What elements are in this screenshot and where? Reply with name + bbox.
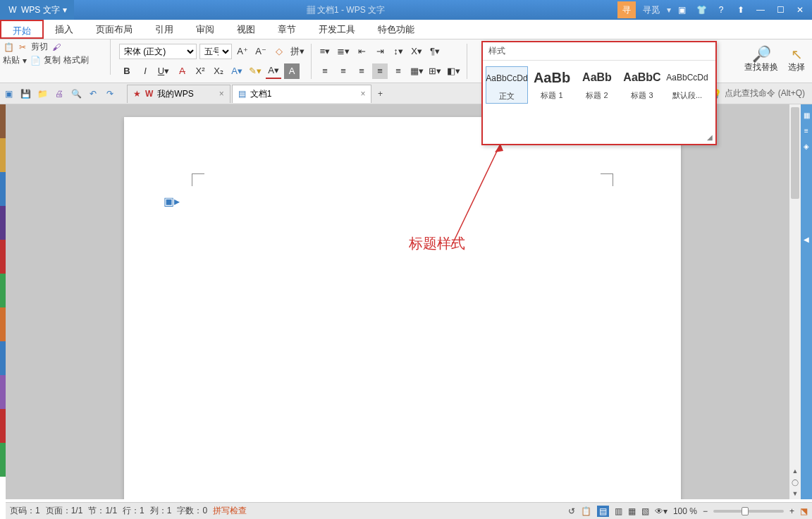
upload-icon[interactable]: ⬆ xyxy=(732,1,750,18)
wps-home-tab[interactable]: ★ W 我的WPS × xyxy=(127,85,230,103)
preview-icon[interactable]: 🔍 xyxy=(68,85,85,102)
clipboard-icon[interactable]: 📋 xyxy=(581,506,591,516)
app-logo-tab[interactable]: W WPS 文字 ▾ xyxy=(0,0,74,20)
style-dialog-launcher-icon[interactable]: ◢ xyxy=(707,133,713,141)
view-outline-icon[interactable]: ▥ xyxy=(615,506,622,516)
minimize-button[interactable]: — xyxy=(751,1,770,18)
search-label[interactable]: 寻觅 xyxy=(637,3,665,18)
side-btn-1[interactable]: ▦ xyxy=(801,109,811,121)
search-tab[interactable]: 寻 xyxy=(617,1,636,18)
grow-font-button[interactable]: A⁺ xyxy=(235,44,250,59)
help-icon[interactable]: ? xyxy=(712,1,730,18)
align-justify-button[interactable]: ≡ xyxy=(372,63,388,79)
menu-insert[interactable]: 插入 xyxy=(44,20,85,39)
align-right-button[interactable]: ≡ xyxy=(354,63,369,79)
view-print-icon[interactable]: ▤ xyxy=(597,506,609,517)
doc-tab-close-icon[interactable]: × xyxy=(360,89,365,99)
page[interactable]: ▣▸ xyxy=(124,117,681,499)
line-spacing-button[interactable]: ↕▾ xyxy=(390,44,406,59)
close-button[interactable]: ✕ xyxy=(791,1,809,18)
menu-start[interactable]: 开始 xyxy=(0,20,44,39)
text-effect-button[interactable]: A▾ xyxy=(229,63,245,79)
history-icon[interactable]: ↺ xyxy=(568,506,575,516)
print-icon[interactable]: 🖨 xyxy=(51,85,68,102)
status-section[interactable]: 节：1/1 xyxy=(88,505,117,517)
menu-view[interactable]: 视图 xyxy=(226,20,266,39)
maximize-button[interactable]: ☐ xyxy=(771,1,789,18)
borders-button[interactable]: ⊞▾ xyxy=(427,63,443,79)
increase-indent-button[interactable]: ⇥ xyxy=(372,44,388,59)
new-doc-icon[interactable]: ▣ xyxy=(0,85,17,102)
status-chars[interactable]: 字数：0 xyxy=(177,505,207,517)
char-border-button[interactable]: A xyxy=(284,63,300,79)
style-item-heading3[interactable]: AaBbC 标题 3 xyxy=(621,66,663,104)
style-item-heading1[interactable]: AaBb 标题 1 xyxy=(531,66,573,104)
sort-button[interactable]: Χ▾ xyxy=(409,44,424,59)
show-marks-button[interactable]: ¶▾ xyxy=(427,44,443,59)
add-tab-icon[interactable]: + xyxy=(371,85,388,102)
zoom-out-icon[interactable]: − xyxy=(703,506,708,516)
find-replace-button[interactable]: 🔎 查找替换 xyxy=(744,49,778,73)
bold-button[interactable]: B xyxy=(119,63,135,79)
style-item-default[interactable]: AaBbCcDd 默认段... xyxy=(666,66,708,104)
view-web-icon[interactable]: ▦ xyxy=(628,506,636,516)
status-page-of[interactable]: 页面：1/1 xyxy=(46,505,83,517)
status-page-no[interactable]: 页码：1 xyxy=(10,505,40,517)
menu-special[interactable]: 特色功能 xyxy=(367,20,426,39)
underline-button[interactable]: U▾ xyxy=(156,63,171,79)
style-item-heading2[interactable]: AaBb 标题 2 xyxy=(576,66,618,104)
document-tab[interactable]: ▤ 文档1 × xyxy=(232,85,372,103)
command-search-hint[interactable]: 💡 点此查找命令 (Alt+Q) xyxy=(704,87,812,99)
menu-page-layout[interactable]: 页面布局 xyxy=(85,20,144,39)
side-btn-3[interactable]: ◈ xyxy=(801,140,811,152)
fit-icon[interactable]: ⬔ xyxy=(800,506,808,516)
clear-format-button[interactable]: ◇ xyxy=(271,44,287,59)
menu-references[interactable]: 引用 xyxy=(144,20,185,39)
select-button[interactable]: ↖ 选择 xyxy=(788,49,805,73)
status-col[interactable]: 列：1 xyxy=(150,505,172,517)
align-left-button[interactable]: ≡ xyxy=(317,63,333,79)
paste-label[interactable]: 粘贴 xyxy=(3,54,20,66)
scroll-mark-icon[interactable]: ◯ xyxy=(789,477,801,488)
undo-icon[interactable]: ↶ xyxy=(85,85,102,102)
zoom-handle[interactable] xyxy=(742,507,749,515)
shading-button[interactable]: ▦▾ xyxy=(409,63,424,79)
scroll-up-icon[interactable]: ▲ xyxy=(789,465,801,477)
zoom-level[interactable]: 100 % xyxy=(673,506,697,516)
italic-button[interactable]: I xyxy=(137,63,153,79)
tabs-button[interactable]: ◧▾ xyxy=(445,63,461,79)
distribute-button[interactable]: ≡ xyxy=(390,63,406,79)
shirt-icon[interactable]: 👕 xyxy=(692,1,710,18)
subscript-button[interactable]: X₂ xyxy=(211,63,226,79)
highlight-button[interactable]: ✎▾ xyxy=(247,63,263,79)
redo-icon[interactable]: ↷ xyxy=(102,85,118,102)
phonetic-button[interactable]: 拼▾ xyxy=(290,44,305,59)
zoom-slider[interactable] xyxy=(713,510,784,513)
style-item-body[interactable]: AaBbCcDd 正文 xyxy=(486,66,528,104)
align-center-button[interactable]: ≡ xyxy=(336,63,351,79)
copy-label[interactable]: 复制 xyxy=(44,54,61,66)
vertical-scrollbar[interactable]: ▲ ◯ ▼ xyxy=(789,104,801,499)
scroll-down-icon[interactable]: ▼ xyxy=(789,488,801,499)
wps-tab-close-icon[interactable]: × xyxy=(219,89,224,99)
decrease-indent-button[interactable]: ⇤ xyxy=(354,44,369,59)
title-btn-1[interactable]: ▣ xyxy=(672,1,691,18)
font-size-select[interactable]: 五号 xyxy=(199,44,232,59)
numbering-button[interactable]: ≣▾ xyxy=(336,44,351,59)
cut-label[interactable]: 剪切 xyxy=(31,41,48,53)
menu-review[interactable]: 审阅 xyxy=(185,20,226,39)
scrollbar-thumb[interactable] xyxy=(791,107,799,199)
open-icon[interactable]: 📁 xyxy=(34,85,51,102)
format-painter-label[interactable]: 格式刷 xyxy=(63,54,89,66)
status-spell[interactable]: 拼写检查 xyxy=(213,505,247,517)
eye-icon[interactable]: 👁▾ xyxy=(655,506,668,516)
side-btn-2[interactable]: ≡ xyxy=(801,124,811,137)
font-name-select[interactable]: 宋体 (正文) xyxy=(119,44,197,59)
superscript-button[interactable]: X² xyxy=(192,63,208,79)
menu-developer[interactable]: 开发工具 xyxy=(307,20,367,39)
side-toggle-icon[interactable]: ◀ xyxy=(801,233,811,245)
bullets-button[interactable]: ≡▾ xyxy=(317,44,333,59)
shrink-font-button[interactable]: A⁻ xyxy=(253,44,269,59)
zoom-in-icon[interactable]: + xyxy=(789,506,794,516)
menu-section[interactable]: 章节 xyxy=(266,20,307,39)
